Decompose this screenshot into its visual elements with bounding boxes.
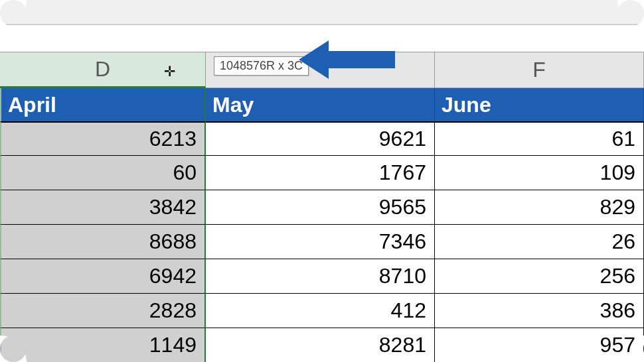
cell[interactable]: 386 (435, 294, 644, 328)
cell[interactable]: 412 (206, 294, 435, 328)
cell[interactable]: 61 (435, 121, 644, 156)
ribbon-area (0, 0, 644, 25)
column-letter: F (532, 58, 546, 82)
header-cell-june[interactable]: June (435, 88, 644, 121)
cell[interactable]: 1767 (206, 156, 435, 190)
svg-marker-0 (299, 40, 395, 79)
cell[interactable]: 8281 (206, 328, 435, 362)
spreadsheet-grid[interactable]: April May June 6213 9621 61 60 1767 109 … (0, 88, 644, 362)
cell[interactable]: 1149 (0, 328, 206, 362)
cell[interactable]: 957 (435, 328, 644, 362)
cell[interactable]: 6942 (0, 259, 206, 294)
cell[interactable]: 9621 (206, 121, 435, 156)
cell[interactable]: 3842 (0, 190, 206, 225)
table-row: 1149 8281 957 (0, 328, 644, 362)
table-row: 6213 9621 61 (0, 121, 644, 156)
column-header-d[interactable]: D ✛ (0, 52, 206, 88)
cell[interactable]: 8710 (206, 259, 435, 294)
cell[interactable]: 7346 (206, 225, 435, 259)
cell[interactable]: 9565 (206, 190, 435, 225)
select-cursor-icon: ✛ (164, 58, 175, 80)
cell[interactable]: 256 (435, 259, 644, 294)
arrow-annotation-icon (299, 35, 398, 88)
header-cell-may[interactable]: May (206, 88, 435, 121)
table-row: 2828 412 386 (0, 294, 644, 328)
table-row: 3842 9565 829 (0, 190, 644, 225)
header-cell-april[interactable]: April (0, 88, 206, 121)
cell[interactable]: 26 (435, 225, 644, 259)
cell[interactable]: 109 (435, 156, 644, 190)
cell[interactable]: 2828 (0, 294, 206, 328)
column-header-f[interactable]: F (435, 52, 644, 88)
cell[interactable]: 829 (435, 190, 644, 225)
table-row: 8688 7346 26 (0, 225, 644, 259)
cell[interactable]: 6213 (0, 121, 206, 156)
table-header-row: April May June (0, 88, 644, 121)
cell[interactable]: 8688 (0, 225, 206, 259)
table-row: 6942 8710 256 (0, 259, 644, 294)
selection-size-tooltip: 1048576R x 3C (214, 56, 309, 76)
cell[interactable]: 60 (0, 156, 206, 190)
column-letter: D (95, 57, 110, 82)
table-row: 60 1767 109 (0, 156, 644, 190)
